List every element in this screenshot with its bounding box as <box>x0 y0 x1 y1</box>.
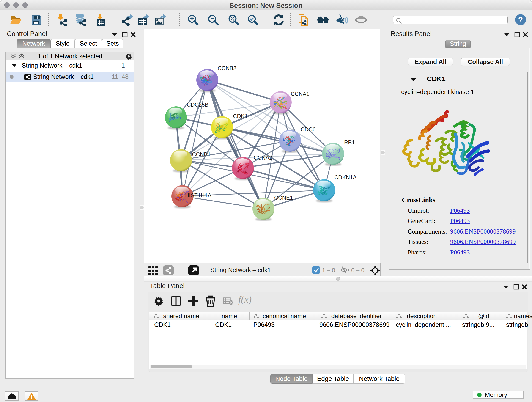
svg-text:CDK1: CDK1 <box>233 113 248 119</box>
svg-text:HIST1H1A: HIST1H1A <box>185 192 211 198</box>
svg-text:CCNA1: CCNA1 <box>291 91 309 97</box>
svg-text:CCNA2: CCNA2 <box>254 154 272 161</box>
svg-text:CDKN1A: CDKN1A <box>334 174 356 180</box>
svg-text:CDC25B: CDC25B <box>187 102 209 108</box>
svg-text:CCNE1: CCNE1 <box>274 195 293 201</box>
svg-text:CCNB1: CCNB1 <box>192 151 210 157</box>
svg-text:?: ? <box>518 15 523 24</box>
svg-text:CDC6: CDC6 <box>301 126 316 133</box>
svg-text:RB1: RB1 <box>344 139 355 146</box>
svg-text:CCNB2: CCNB2 <box>218 65 236 71</box>
